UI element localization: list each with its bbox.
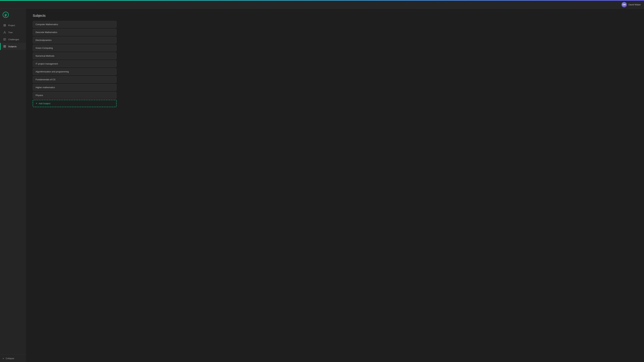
page-title: Subjects [33,14,637,17]
sidebar-item-challenges[interactable]: Challenges [0,36,26,43]
sidebar: g Project Tree [0,9,26,362]
svg-rect-1 [5,24,6,25]
tree-icon [3,31,6,34]
subject-item-10[interactable]: Physics [33,92,116,99]
add-subject-button[interactable]: + Add Subject [33,100,116,107]
main-content: Subjects Computer Mathematics Descrete M… [26,9,644,362]
subject-name-5: Numerical Methods [36,55,54,57]
collapse-label: Collapse [6,357,14,360]
svg-point-5 [4,33,4,33]
subject-item-6[interactable]: IT project management [33,60,116,67]
svg-point-4 [4,31,5,32]
sidebar-item-challenges-label: Challenges [8,38,19,41]
subject-name-3: Electrodynamics [36,39,52,41]
subject-name-2: Descrete Mathematics [36,31,57,33]
challenges-icon [3,38,6,41]
subject-name-6: IT project management [36,62,58,65]
subject-item-8[interactable]: Fundamentals of CS [33,76,116,83]
subject-item-4[interactable]: Green Computing [33,44,116,51]
project-icon [3,24,6,27]
subject-item-2[interactable]: Descrete Mathematics [33,29,116,36]
svg-rect-0 [4,24,4,25]
sidebar-item-project-label: Project [8,24,15,27]
subject-item-3[interactable]: Electrodynamics [33,37,116,43]
subject-item-9[interactable]: Higher mathematics [33,84,116,91]
collapse-chevron-icon: « [3,357,4,360]
subject-item-5[interactable]: Numerical Methods [33,52,116,59]
svg-line-9 [5,32,6,33]
avatar: DM [622,2,627,7]
subjects-icon [3,45,6,48]
sidebar-logo: g [0,10,26,20]
subject-name-10: Physics [36,94,43,96]
subject-name-9: Higher mathematics [36,86,55,89]
sidebar-item-tree[interactable]: Tree [0,29,26,36]
subject-item-7[interactable]: Algorithmization and programming [33,68,116,75]
subjects-list: Computer Mathematics Descrete Mathematic… [33,21,116,107]
plus-icon: + [36,102,37,105]
svg-point-6 [5,33,6,33]
svg-rect-10 [4,38,6,40]
sidebar-nav: Project Tree Challenges [0,20,26,355]
subject-name-7: Algorithmization and programming [36,70,69,73]
collapse-button[interactable]: « Collapse [0,355,26,362]
user-name: David Malan [628,3,641,6]
subject-name-4: Green Computing [36,47,53,49]
subject-name-8: Fundamentals of CS [36,78,56,81]
subject-name-1: Computer Mathematics [36,23,58,26]
subject-item-1[interactable]: Computer Mathematics [33,21,116,28]
add-subject-label: Add Subject [38,102,50,105]
svg-rect-3 [5,25,6,26]
header-bar: DM David Malan [0,1,644,9]
logo-icon: g [3,12,9,18]
sidebar-item-project[interactable]: Project [0,22,26,29]
user-profile[interactable]: DM David Malan [622,2,641,7]
svg-rect-2 [4,25,4,26]
svg-line-8 [4,32,5,33]
sidebar-item-subjects-label: Subjects [8,45,16,48]
sidebar-item-tree-label: Tree [8,31,12,34]
sidebar-item-subjects[interactable]: Subjects [0,43,26,50]
